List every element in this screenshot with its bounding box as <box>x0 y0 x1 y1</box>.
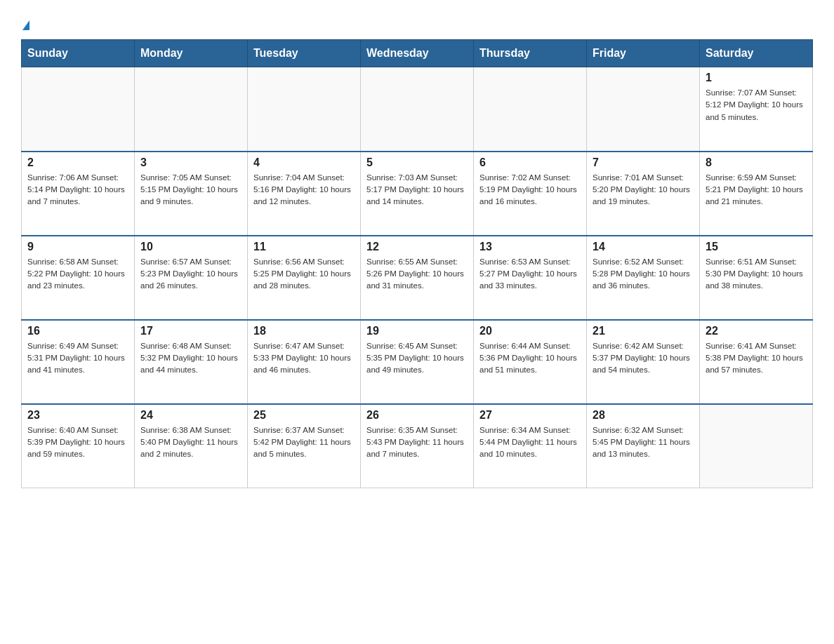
calendar-cell: 5Sunrise: 7:03 AM Sunset: 5:17 PM Daylig… <box>361 152 474 236</box>
day-info: Sunrise: 7:01 AM Sunset: 5:20 PM Dayligh… <box>593 172 694 208</box>
calendar-cell: 24Sunrise: 6:38 AM Sunset: 5:40 PM Dayli… <box>135 404 248 488</box>
logo <box>21 14 29 32</box>
page-header <box>21 14 813 32</box>
day-info: Sunrise: 7:07 AM Sunset: 5:12 PM Dayligh… <box>706 87 807 123</box>
calendar-week-row: 9Sunrise: 6:58 AM Sunset: 5:22 PM Daylig… <box>22 236 813 320</box>
day-number: 3 <box>140 156 241 169</box>
day-info: Sunrise: 6:35 AM Sunset: 5:43 PM Dayligh… <box>366 424 468 461</box>
calendar-cell: 23Sunrise: 6:40 AM Sunset: 5:39 PM Dayli… <box>22 404 135 488</box>
day-number: 17 <box>140 325 241 337</box>
day-info: Sunrise: 6:44 AM Sunset: 5:36 PM Dayligh… <box>479 340 581 377</box>
day-info: Sunrise: 7:05 AM Sunset: 5:15 PM Dayligh… <box>140 172 241 208</box>
day-number: 14 <box>593 241 694 253</box>
day-number: 19 <box>366 325 468 337</box>
day-number: 12 <box>366 241 468 253</box>
day-number: 8 <box>706 156 807 169</box>
day-of-week-header: Sunday <box>22 40 135 67</box>
calendar-cell: 20Sunrise: 6:44 AM Sunset: 5:36 PM Dayli… <box>474 320 587 404</box>
day-number: 18 <box>253 325 355 337</box>
calendar-cell: 8Sunrise: 6:59 AM Sunset: 5:21 PM Daylig… <box>700 152 813 236</box>
day-info: Sunrise: 6:59 AM Sunset: 5:21 PM Dayligh… <box>706 172 807 208</box>
calendar-cell <box>474 67 587 152</box>
calendar-cell: 9Sunrise: 6:58 AM Sunset: 5:22 PM Daylig… <box>22 236 135 320</box>
calendar-cell: 21Sunrise: 6:42 AM Sunset: 5:37 PM Dayli… <box>587 320 700 404</box>
day-number: 26 <box>366 409 468 422</box>
day-number: 1 <box>706 72 807 84</box>
calendar-cell: 11Sunrise: 6:56 AM Sunset: 5:25 PM Dayli… <box>248 236 361 320</box>
calendar-cell: 7Sunrise: 7:01 AM Sunset: 5:20 PM Daylig… <box>587 152 700 236</box>
day-number: 27 <box>479 409 581 422</box>
day-of-week-header: Monday <box>135 40 248 67</box>
day-of-week-header: Wednesday <box>361 40 474 67</box>
day-number: 25 <box>253 409 355 422</box>
calendar-cell: 6Sunrise: 7:02 AM Sunset: 5:19 PM Daylig… <box>474 152 587 236</box>
calendar-cell: 13Sunrise: 6:53 AM Sunset: 5:27 PM Dayli… <box>474 236 587 320</box>
day-info: Sunrise: 6:58 AM Sunset: 5:22 PM Dayligh… <box>27 256 128 293</box>
calendar-table: SundayMondayTuesdayWednesdayThursdayFrid… <box>21 39 813 488</box>
calendar-cell: 2Sunrise: 7:06 AM Sunset: 5:14 PM Daylig… <box>22 152 135 236</box>
day-info: Sunrise: 6:41 AM Sunset: 5:38 PM Dayligh… <box>706 340 807 377</box>
day-of-week-header: Tuesday <box>248 40 361 67</box>
day-info: Sunrise: 7:04 AM Sunset: 5:16 PM Dayligh… <box>253 172 355 208</box>
logo-triangle-icon <box>22 20 29 30</box>
calendar-cell <box>135 67 248 152</box>
calendar-week-row: 2Sunrise: 7:06 AM Sunset: 5:14 PM Daylig… <box>22 152 813 236</box>
day-number: 2 <box>27 156 128 169</box>
day-number: 16 <box>27 325 128 337</box>
day-number: 28 <box>593 409 694 422</box>
day-number: 11 <box>253 241 355 253</box>
day-info: Sunrise: 7:02 AM Sunset: 5:19 PM Dayligh… <box>479 172 581 208</box>
day-info: Sunrise: 6:55 AM Sunset: 5:26 PM Dayligh… <box>366 256 468 293</box>
day-info: Sunrise: 6:47 AM Sunset: 5:33 PM Dayligh… <box>253 340 355 377</box>
calendar-cell: 28Sunrise: 6:32 AM Sunset: 5:45 PM Dayli… <box>587 404 700 488</box>
day-info: Sunrise: 6:56 AM Sunset: 5:25 PM Dayligh… <box>253 256 355 293</box>
calendar-cell: 12Sunrise: 6:55 AM Sunset: 5:26 PM Dayli… <box>361 236 474 320</box>
calendar-week-row: 16Sunrise: 6:49 AM Sunset: 5:31 PM Dayli… <box>22 320 813 404</box>
day-number: 10 <box>140 241 241 253</box>
day-info: Sunrise: 6:45 AM Sunset: 5:35 PM Dayligh… <box>366 340 468 377</box>
calendar-cell <box>22 67 135 152</box>
day-number: 6 <box>479 156 581 169</box>
day-info: Sunrise: 6:49 AM Sunset: 5:31 PM Dayligh… <box>27 340 128 377</box>
day-number: 22 <box>706 325 807 337</box>
day-info: Sunrise: 6:40 AM Sunset: 5:39 PM Dayligh… <box>27 424 128 461</box>
day-info: Sunrise: 7:06 AM Sunset: 5:14 PM Dayligh… <box>27 172 128 208</box>
calendar-week-row: 23Sunrise: 6:40 AM Sunset: 5:39 PM Dayli… <box>22 404 813 488</box>
calendar-header-row: SundayMondayTuesdayWednesdayThursdayFrid… <box>22 40 813 67</box>
calendar-cell: 3Sunrise: 7:05 AM Sunset: 5:15 PM Daylig… <box>135 152 248 236</box>
calendar-cell: 1Sunrise: 7:07 AM Sunset: 5:12 PM Daylig… <box>700 67 813 152</box>
calendar-cell: 17Sunrise: 6:48 AM Sunset: 5:32 PM Dayli… <box>135 320 248 404</box>
day-info: Sunrise: 6:51 AM Sunset: 5:30 PM Dayligh… <box>706 256 807 293</box>
calendar-cell: 26Sunrise: 6:35 AM Sunset: 5:43 PM Dayli… <box>361 404 474 488</box>
calendar-cell: 16Sunrise: 6:49 AM Sunset: 5:31 PM Dayli… <box>22 320 135 404</box>
day-info: Sunrise: 6:37 AM Sunset: 5:42 PM Dayligh… <box>253 424 355 461</box>
day-of-week-header: Friday <box>587 40 700 67</box>
day-info: Sunrise: 6:32 AM Sunset: 5:45 PM Dayligh… <box>593 424 694 461</box>
calendar-cell <box>361 67 474 152</box>
day-number: 13 <box>479 241 581 253</box>
day-info: Sunrise: 6:42 AM Sunset: 5:37 PM Dayligh… <box>593 340 694 377</box>
day-number: 4 <box>253 156 355 169</box>
day-info: Sunrise: 6:38 AM Sunset: 5:40 PM Dayligh… <box>140 424 241 461</box>
calendar-week-row: 1Sunrise: 7:07 AM Sunset: 5:12 PM Daylig… <box>22 67 813 152</box>
day-number: 24 <box>140 409 241 422</box>
calendar-cell: 27Sunrise: 6:34 AM Sunset: 5:44 PM Dayli… <box>474 404 587 488</box>
day-number: 23 <box>27 409 128 422</box>
day-number: 9 <box>27 241 128 253</box>
calendar-cell: 15Sunrise: 6:51 AM Sunset: 5:30 PM Dayli… <box>700 236 813 320</box>
day-number: 7 <box>593 156 694 169</box>
day-info: Sunrise: 6:53 AM Sunset: 5:27 PM Dayligh… <box>479 256 581 293</box>
day-number: 21 <box>593 325 694 337</box>
calendar-cell: 25Sunrise: 6:37 AM Sunset: 5:42 PM Dayli… <box>248 404 361 488</box>
calendar-cell: 10Sunrise: 6:57 AM Sunset: 5:23 PM Dayli… <box>135 236 248 320</box>
day-info: Sunrise: 6:57 AM Sunset: 5:23 PM Dayligh… <box>140 256 241 293</box>
calendar-cell <box>700 404 813 488</box>
day-info: Sunrise: 7:03 AM Sunset: 5:17 PM Dayligh… <box>366 172 468 208</box>
day-of-week-header: Saturday <box>700 40 813 67</box>
calendar-cell: 18Sunrise: 6:47 AM Sunset: 5:33 PM Dayli… <box>248 320 361 404</box>
day-number: 20 <box>479 325 581 337</box>
calendar-cell <box>248 67 361 152</box>
day-info: Sunrise: 6:52 AM Sunset: 5:28 PM Dayligh… <box>593 256 694 293</box>
day-info: Sunrise: 6:34 AM Sunset: 5:44 PM Dayligh… <box>479 424 581 461</box>
calendar-cell <box>587 67 700 152</box>
